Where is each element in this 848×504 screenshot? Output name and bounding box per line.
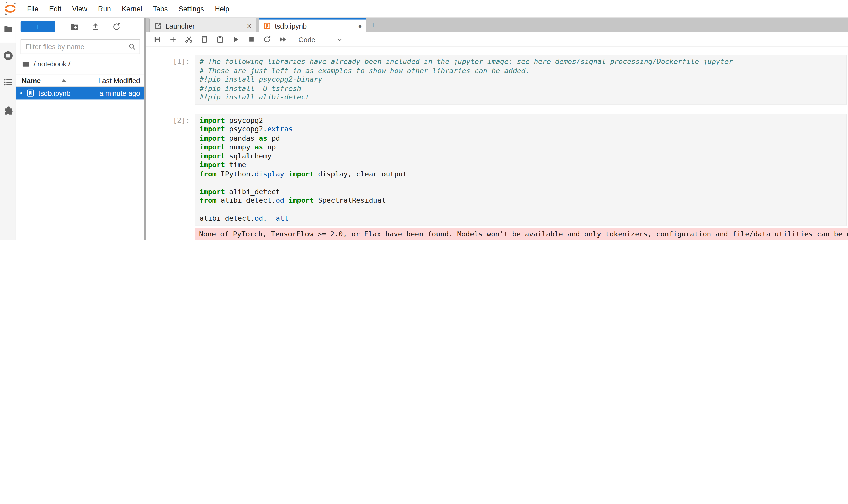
cell-type-dropdown-value[interactable]: Code	[299, 36, 315, 44]
refresh-button[interactable]	[112, 22, 121, 32]
tab-launcher-label: Launcher	[166, 22, 247, 30]
close-icon[interactable]: ×	[247, 22, 251, 30]
breadcrumb-path: / notebook /	[34, 60, 70, 68]
scissors-icon	[184, 35, 193, 44]
file-name: tsdb.ipynb	[38, 89, 70, 97]
code-line: import alibi_detect	[200, 187, 842, 197]
new-tab-button[interactable]: +	[366, 18, 380, 33]
restart-run-all-button[interactable]	[278, 35, 287, 44]
code-editor[interactable]: # The following libraries have already b…	[195, 55, 847, 105]
tab-tsdb-ipynb[interactable]: tsdb.ipynb ●	[259, 18, 366, 33]
jupyter-logo	[3, 1, 18, 16]
code-line: import time	[200, 161, 842, 170]
plus-icon	[169, 35, 177, 44]
sidebar-item-extensions[interactable]	[0, 106, 16, 116]
cell-type-dropdown-button[interactable]	[336, 36, 343, 43]
sidebar-item-running-kernels[interactable]	[0, 50, 16, 61]
code-line	[200, 179, 842, 187]
fast-forward-icon	[278, 35, 287, 44]
unsaved-changes-dot: ●	[358, 23, 362, 29]
code-line: import psycopg2.extras	[200, 125, 842, 134]
unsaved-dot: •	[20, 90, 26, 96]
code-line: from alibi_detect.od import SpectralResi…	[200, 196, 842, 205]
run-icon	[232, 35, 240, 44]
filter-files-box	[21, 39, 140, 54]
search-icon	[128, 43, 136, 51]
tab-launcher[interactable]: Launcher ×	[149, 18, 256, 33]
sort-ascending-icon	[61, 79, 67, 83]
copy-icon	[200, 35, 209, 44]
stop-icon	[247, 35, 256, 44]
code-line: import numpy as np	[200, 143, 842, 152]
menu-kernel[interactable]: Kernel	[116, 0, 147, 18]
cut-cells-button[interactable]	[184, 35, 193, 44]
notebook-cell: [1]:# The following libraries have alrea…	[146, 55, 848, 105]
copy-cells-button[interactable]	[200, 35, 209, 44]
menu-bar: FileEditViewRunKernelTabsSettingsHelp	[0, 0, 848, 18]
sidebar-item-table-of-contents[interactable]	[0, 77, 16, 87]
column-name[interactable]: Name	[16, 76, 41, 85]
breadcrumb[interactable]: / notebook /	[16, 56, 144, 71]
jupyterlab-window: FileEditViewRunKernelTabsSettingsHelp	[0, 0, 848, 240]
file-row-tsdb-ipynb[interactable]: • tsdb.ipynb a minute ago	[16, 87, 144, 100]
menu-tabs[interactable]: Tabs	[147, 0, 173, 18]
home-folder-icon	[22, 60, 30, 68]
upload-button[interactable]	[91, 22, 100, 32]
restart-kernel-button[interactable]	[263, 35, 272, 44]
chevron-down-icon	[336, 36, 343, 43]
file-modified: a minute ago	[71, 89, 144, 97]
insert-cell-button[interactable]	[169, 35, 177, 44]
menu-items: FileEditViewRunKernelTabsSettingsHelp	[22, 0, 235, 18]
puzzle-icon	[3, 106, 13, 116]
paste-icon	[216, 35, 224, 44]
code-line: import pandas as pd	[200, 134, 842, 143]
notebook-file-icon	[26, 89, 35, 97]
sidebar-item-file-browser[interactable]	[0, 24, 16, 34]
cell-output-stderr: None of PyTorch, TensorFlow >= 2.0, or F…	[146, 228, 848, 240]
notebook-cell: [2]:import psycopg2import psycopg2.extra…	[146, 113, 848, 226]
new-folder-button[interactable]	[70, 22, 79, 32]
code-line: # These are just left in as examples to …	[200, 66, 842, 75]
save-button[interactable]	[153, 35, 162, 44]
menu-file[interactable]: File	[22, 0, 44, 18]
file-browser-panel: +	[16, 18, 146, 240]
menu-view[interactable]: View	[67, 0, 93, 18]
code-line: import sqlalchemy	[200, 152, 842, 161]
new-launcher-button[interactable]: +	[21, 21, 55, 33]
cell-prompt: [2]:	[146, 113, 195, 125]
paste-cells-button[interactable]	[216, 35, 224, 44]
folder-icon	[3, 24, 13, 34]
jupyter-logo-icon	[4, 1, 17, 16]
activity-bar	[0, 18, 16, 240]
code-line	[200, 205, 842, 214]
tab-tsdb-label: tsdb.ipynb	[275, 22, 358, 30]
file-browser-toolbar: +	[16, 18, 144, 36]
column-last-modified[interactable]: Last Modified	[67, 76, 144, 85]
code-line: from IPython.display import display, cle…	[200, 169, 842, 179]
list-icon	[3, 77, 13, 87]
menu-settings[interactable]: Settings	[173, 0, 209, 18]
notebook-panel: [1]:# The following libraries have alrea…	[146, 47, 848, 240]
interrupt-kernel-button[interactable]	[247, 35, 256, 44]
menu-help[interactable]: Help	[209, 0, 235, 18]
menu-run[interactable]: Run	[93, 0, 116, 18]
code-line: import psycopg2	[200, 116, 842, 125]
restart-icon	[263, 35, 272, 44]
cell-prompt: [1]:	[146, 55, 195, 66]
dock-tab-bar: Launcher × tsdb.ipynb ● +	[146, 18, 848, 33]
refresh-icon	[112, 22, 121, 32]
main-dock: Launcher × tsdb.ipynb ● +	[146, 18, 848, 240]
notebook-toolbar: Code	[146, 33, 848, 47]
save-icon	[153, 35, 162, 44]
code-line: #!pip install alibi-detect	[200, 93, 842, 102]
filter-files-input[interactable]	[24, 42, 128, 52]
code-line: #!pip install -U tsfresh	[200, 84, 842, 93]
code-line: alibi_detect.od.__all__	[200, 214, 842, 223]
menu-edit[interactable]: Edit	[44, 0, 67, 18]
new-folder-icon	[70, 22, 79, 32]
code-editor[interactable]: import psycopg2import psycopg2.extrasimp…	[195, 113, 847, 226]
run-cell-button[interactable]	[232, 35, 240, 44]
launcher-icon	[154, 22, 162, 30]
stderr-text: None of PyTorch, TensorFlow >= 2.0, or F…	[195, 228, 848, 240]
stop-circle-icon	[2, 50, 13, 61]
